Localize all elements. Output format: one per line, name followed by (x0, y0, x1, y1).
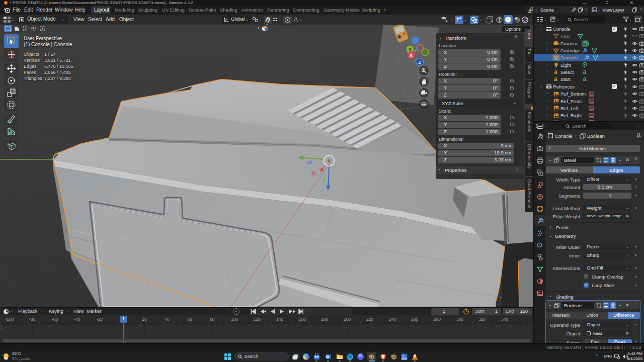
svg-text:Z: Z (418, 60, 421, 65)
svg-text:X: X (410, 53, 413, 58)
